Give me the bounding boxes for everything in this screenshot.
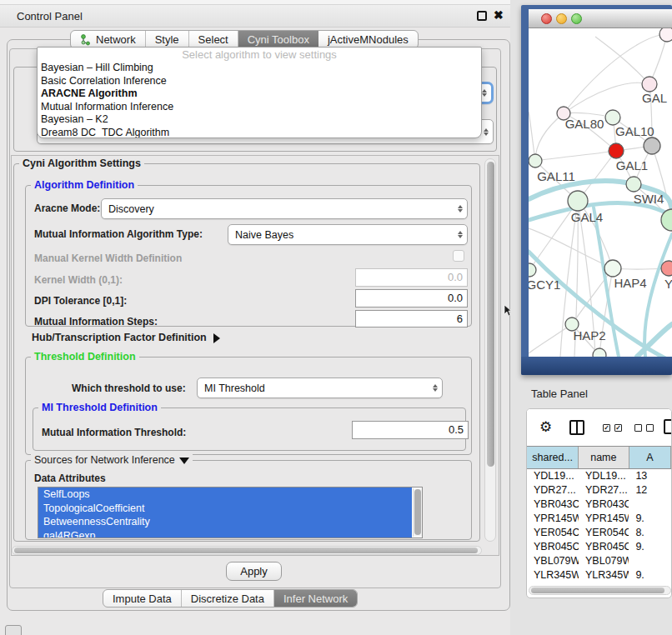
attribute-list-item[interactable]: TopologicalCoefficient [38, 502, 412, 516]
network-node[interactable] [593, 348, 606, 357]
close-icon[interactable]: ✖ [494, 8, 504, 22]
tab-impute-data[interactable]: Impute Data [103, 590, 182, 607]
network-node[interactable] [626, 177, 641, 192]
list-scrollbar[interactable] [413, 488, 422, 537]
table-cell[interactable]: YLR345W [527, 568, 579, 578]
mi-algorithm-type-combo[interactable]: Naive Bayes [228, 224, 468, 245]
tab-discretize-data[interactable]: Discretize Data [182, 590, 274, 607]
attribute-list-item[interactable]: BetweennessCentrality [38, 515, 412, 529]
table-column-header[interactable]: shared... [527, 447, 579, 468]
table-row[interactable]: YBR045CYBR045C9. [527, 540, 671, 554]
table-header-row[interactable]: shared...nameA [527, 446, 671, 469]
table-cell[interactable]: YBL079W [579, 554, 629, 568]
attribute-list-item[interactable]: SelfLoops [38, 488, 412, 502]
network-node[interactable] [568, 191, 588, 211]
network-edge[interactable] [595, 37, 649, 84]
table-row[interactable]: YBL079WYBL079W [527, 554, 671, 568]
apply-button[interactable]: Apply [226, 562, 282, 581]
tab-infer-network[interactable]: Infer Network [274, 590, 357, 607]
table-row[interactable]: YDR27...YDR27...12 [527, 483, 671, 498]
table-cell[interactable]: YDL19... [527, 469, 579, 483]
network-node[interactable] [644, 138, 660, 154]
dpi-tolerance-field[interactable]: 0.0 [355, 289, 468, 308]
table-cell[interactable] [629, 498, 671, 512]
table-cell[interactable]: YBL079W [527, 554, 579, 568]
network-edge[interactable] [535, 151, 616, 161]
tab-jactivemnodules[interactable]: jActiveMNodules [318, 31, 418, 48]
network-canvas[interactable]: GALGAL80GAL10GAL1GAL11SWI4GAL4GCY1HAP4YH… [529, 28, 672, 357]
dropdown-item[interactable]: Bayesian – Hill Climbing [38, 62, 481, 75]
minimized-panel-icon[interactable] [5, 625, 22, 635]
table-cell[interactable]: YER054C [579, 526, 629, 540]
table-column-header[interactable]: name [579, 447, 629, 468]
table-cell[interactable]: 9. [629, 568, 671, 578]
table-cell[interactable]: YBR045C [579, 540, 629, 554]
table-rows[interactable]: YDL19...YDL19...13YDR27...YDR27...12YBR0… [527, 469, 671, 578]
table-cell[interactable]: YBR043C [579, 498, 629, 512]
dropdown-item[interactable]: Dream8 DC_TDC Algorithm [38, 127, 481, 139]
network-node[interactable] [661, 261, 672, 276]
network-node[interactable] [529, 263, 536, 277]
table-cell[interactable] [629, 554, 671, 568]
dropdown-item[interactable]: Bayesian – K2 [38, 113, 481, 127]
table-cell[interactable]: YBR043C [527, 498, 579, 512]
hub-definition-toggle[interactable]: Hub/Transcription Factor Definition [32, 332, 220, 343]
table-row[interactable]: YBR043CYBR043C [527, 498, 671, 512]
table-row[interactable]: YDL19...YDL19...13 [527, 469, 671, 483]
tab-network[interactable]: Network [71, 31, 146, 48]
tab-style[interactable]: Style [146, 31, 189, 48]
columns-icon[interactable] [569, 420, 584, 435]
select-all-checkbox-icon[interactable]: ✓ [603, 424, 610, 432]
table-row[interactable]: YER054CYER054C8. [527, 526, 671, 540]
table-cell[interactable]: YDR27... [527, 483, 579, 498]
table-page-icon[interactable] [664, 419, 672, 434]
table-cell[interactable]: 9. [629, 540, 671, 554]
mi-steps-field[interactable]: 6 [355, 310, 468, 328]
network-node[interactable] [529, 154, 542, 168]
algorithm-dropdown-list[interactable]: Select algorithm to view settings Bayesi… [37, 47, 482, 138]
collapsed-arrow-icon[interactable] [213, 333, 220, 343]
which-threshold-combo[interactable]: MI Threshold [197, 378, 443, 398]
table-cell[interactable]: 8. [629, 526, 671, 540]
table-cell[interactable]: 13 [629, 469, 671, 483]
close-traffic-light-icon[interactable] [541, 13, 552, 24]
dropdown-item[interactable]: ARACNE Algorithm [38, 88, 481, 101]
expanded-arrow-icon[interactable] [179, 458, 189, 464]
network-window-titlebar[interactable] [529, 9, 672, 28]
float-window-icon[interactable] [477, 11, 487, 21]
table-cell[interactable]: YDR27... [579, 483, 629, 498]
table-cell[interactable]: YPR145W [579, 512, 629, 526]
data-attributes-list[interactable]: SelfLoopsTopologicalCoefficientBetweenne… [38, 487, 423, 538]
table-cell[interactable]: YBR045C [527, 540, 579, 554]
table-cell[interactable]: YER054C [527, 526, 579, 540]
network-edge[interactable] [535, 113, 564, 161]
table-column-header[interactable]: A [629, 447, 671, 468]
network-node[interactable] [604, 260, 621, 277]
network-node[interactable] [609, 143, 624, 158]
attribute-list-item[interactable]: gal4RGexp [38, 529, 412, 539]
table-cell[interactable]: 9. [629, 512, 671, 526]
deselect-all-checkbox-icon2[interactable] [646, 424, 654, 432]
table-row[interactable]: YLR345WYLR345W9. [527, 568, 671, 578]
table-cell[interactable]: YDL19... [579, 469, 629, 483]
kernel-width-field[interactable]: 0.0 [355, 268, 468, 287]
tab-cyni-toolbox[interactable]: Cyni Toolbox [238, 31, 318, 48]
table-cell[interactable]: YPR145W [527, 512, 579, 526]
settings-vertical-scrollbar[interactable] [484, 158, 496, 542]
tab-select[interactable]: Select [189, 31, 238, 48]
table-cell[interactable]: YLR345W [579, 568, 629, 578]
table-horizontal-scrollbar[interactable] [529, 586, 671, 595]
dropdown-item[interactable]: Mutual Information Inference [38, 101, 481, 114]
network-edge[interactable] [529, 324, 572, 353]
manual-kernel-width-checkbox[interactable] [453, 250, 464, 262]
settings-horizontal-scrollbar[interactable] [12, 546, 482, 555]
deselect-all-checkbox-icon[interactable] [634, 424, 642, 432]
select-all-checkbox-icon2[interactable]: ✓ [614, 424, 622, 432]
network-edge[interactable] [529, 112, 535, 161]
aracne-mode-combo[interactable]: Discovery [101, 198, 468, 219]
mi-threshold-field[interactable]: 0.5 [352, 421, 469, 439]
table-row[interactable]: YPR145WYPR145W9. [527, 512, 671, 526]
network-window[interactable]: GALGAL80GAL10GAL1GAL11SWI4GAL4GCY1HAP4YH… [521, 5, 672, 375]
network-node[interactable] [605, 110, 620, 125]
dropdown-item[interactable]: Basic Correlation Inference [38, 75, 481, 88]
